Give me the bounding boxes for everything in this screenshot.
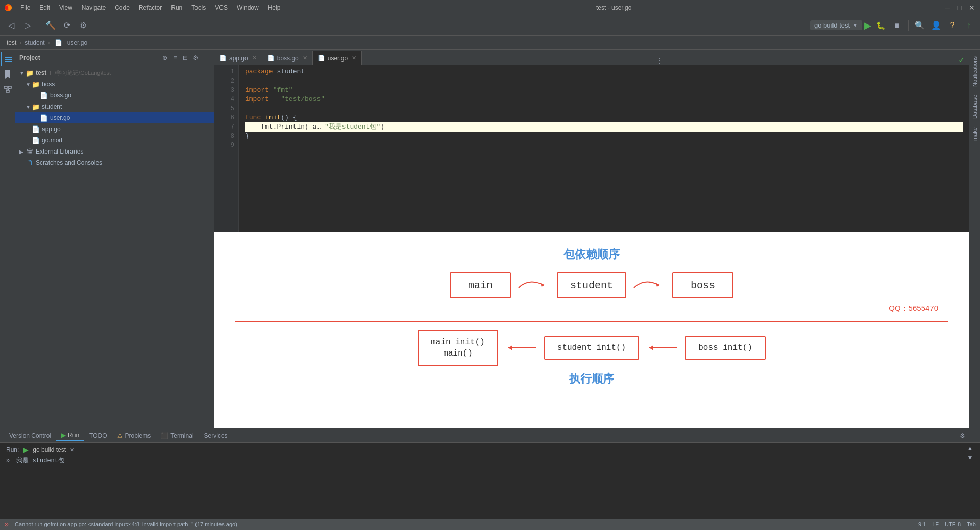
svg-point-2	[8, 6, 12, 10]
scroll-bottom-button[interactable]: ▼	[967, 454, 973, 461]
toolbar-sync-button[interactable]: ⟳	[60, 18, 74, 33]
run-output-text: 我是 student包	[16, 457, 64, 464]
line-num-2: 2	[218, 77, 234, 86]
bottom-minimize-button[interactable]: ─	[967, 432, 972, 439]
debug-button[interactable]: 🐛	[873, 18, 888, 33]
diagram-box-boss: boss	[672, 272, 733, 298]
bookmarks-icon[interactable]	[1, 67, 15, 82]
tree-item-go-mod[interactable]: 📄 go.mod	[15, 135, 214, 146]
panel-title: Project	[19, 54, 161, 61]
status-line-ending[interactable]: LF	[932, 521, 939, 527]
menu-view[interactable]: View	[55, 3, 77, 12]
menu-help[interactable]: Help	[264, 3, 285, 12]
menu-refactor[interactable]: Refactor	[135, 3, 166, 12]
tree-item-scratches[interactable]: 🗒 Scratches and Consoles	[15, 157, 214, 168]
run-close-icon[interactable]: ✕	[70, 447, 75, 453]
tree-item-user-go[interactable]: 📄 user.go	[15, 112, 214, 123]
diagram-box-main: main	[450, 272, 511, 298]
search-button[interactable]: 🔍	[913, 18, 927, 33]
tree-item-ext-libs[interactable]: ▶ 🏛 External Libraries	[15, 146, 214, 157]
run-tab-icon: ▶	[61, 432, 66, 439]
tree-path: F:\学习笔记\GoLang\test	[50, 69, 111, 77]
structure-icon[interactable]	[1, 83, 15, 97]
run-button[interactable]: ▶	[864, 20, 871, 31]
tree-item-student-folder[interactable]: ▼ 📁 student	[15, 101, 214, 112]
sidebar-database[interactable]: Database	[971, 91, 979, 123]
toolbar-build-button[interactable]: 🔨	[43, 18, 58, 33]
tab-app-go[interactable]: 📄 app.go ✕	[214, 51, 262, 65]
tab-boss-go[interactable]: 📄 boss.go ✕	[262, 51, 313, 65]
bottom-settings-button[interactable]: ⚙	[960, 432, 965, 439]
tree-item-boss-go[interactable]: 📄 boss.go	[15, 90, 214, 101]
panel-settings-icon[interactable]: ⚙	[191, 54, 200, 62]
menu-edit[interactable]: Edit	[35, 3, 54, 12]
bottom-tab-problems[interactable]: ⚠ Problems	[112, 431, 156, 440]
help-icon-button[interactable]: ?	[945, 18, 960, 33]
run-config-selector[interactable]: go build test ▼	[810, 20, 862, 30]
toolbar-separator-1	[39, 20, 39, 31]
tab-close-user-go[interactable]: ✕	[352, 55, 356, 61]
sidebar-notifications[interactable]: Notifications	[971, 52, 979, 91]
chevron-down-icon: ▼	[853, 22, 858, 28]
sidebar-make[interactable]: make	[971, 123, 979, 145]
bottom-tab-todo[interactable]: TODO	[84, 431, 112, 440]
tree-label-boss: boss	[42, 81, 55, 88]
tree-item-root[interactable]: ▼ 📁 test F:\学习笔记\GoLang\test	[15, 67, 214, 79]
tab-icon-app-go: 📄	[219, 55, 227, 61]
tab-label-app-go: app.go	[229, 55, 248, 62]
folder-icon-boss: 📁	[32, 81, 40, 88]
tree-item-app-go[interactable]: 📄 app.go	[15, 123, 214, 135]
bottom-tab-terminal[interactable]: ⬛ Terminal	[156, 431, 199, 440]
scroll-top-button[interactable]: ▲	[967, 445, 973, 452]
tab-close-boss-go[interactable]: ✕	[303, 55, 307, 61]
svg-rect-3	[5, 57, 12, 58]
status-position[interactable]: 9:1	[918, 521, 926, 527]
panel-header-icons: ⊕ ≡ ⊟ ⚙ ─	[161, 54, 210, 62]
breadcrumb-root[interactable]: test	[7, 39, 16, 46]
toolbar-back-button[interactable]: ◁	[4, 18, 18, 33]
tree-item-boss-folder[interactable]: ▼ 📁 boss	[15, 79, 214, 90]
menu-window[interactable]: Window	[233, 3, 263, 12]
status-encoding[interactable]: UTF-8	[945, 521, 961, 527]
code-line-6: func init() {	[245, 113, 963, 122]
line-num-8: 8	[218, 132, 234, 141]
status-indent[interactable]: Tab	[967, 521, 976, 527]
code-line-9	[245, 141, 963, 150]
toolbar-settings-button[interactable]: ⚙	[76, 18, 90, 33]
menu-tools[interactable]: Tools	[187, 3, 210, 12]
minimize-button[interactable]: ─	[943, 4, 951, 12]
tab-user-go[interactable]: 📄 user.go ✕	[313, 51, 362, 65]
tab-label-user-go: user.go	[328, 55, 348, 62]
breadcrumb-sep-1: ›	[19, 39, 21, 46]
menu-vcs[interactable]: VCS	[211, 3, 232, 12]
breadcrumb-student[interactable]: student	[24, 39, 44, 46]
tabs-more-button[interactable]: ⋮	[652, 57, 668, 65]
profile-button[interactable]: 👤	[929, 18, 943, 33]
panel-filter-icon[interactable]: ⊟	[181, 54, 189, 62]
diagram-arrow-2	[631, 275, 667, 295]
update-button[interactable]: ↑	[962, 18, 976, 33]
maximize-button[interactable]: □	[955, 4, 964, 12]
project-icon[interactable]	[1, 52, 15, 66]
menu-run[interactable]: Run	[167, 3, 186, 12]
menu-navigate[interactable]: Navigate	[78, 3, 110, 12]
menu-code[interactable]: Code	[111, 3, 134, 12]
bottom-tab-run[interactable]: ▶ Run	[56, 431, 84, 441]
close-button[interactable]: ✕	[968, 4, 976, 12]
bottom-tab-version-control[interactable]: Version Control	[4, 431, 56, 440]
bottom-tab-services[interactable]: Services	[199, 431, 233, 440]
tree-label-user-go: user.go	[50, 114, 70, 121]
status-error-icon[interactable]: ⊘	[4, 521, 9, 528]
panel-minimize-icon[interactable]: ─	[202, 54, 210, 62]
toolbar-forward-button[interactable]: ▷	[20, 18, 35, 33]
line-num-1: 1	[218, 67, 234, 77]
panel-add-icon[interactable]: ⊕	[161, 54, 169, 62]
stop-button[interactable]: ■	[890, 18, 904, 33]
tab-close-app-go[interactable]: ✕	[252, 55, 257, 61]
status-bar: ⊘ Cannot run gofmt on app.go: <standard …	[0, 519, 980, 530]
diagram-row-1: main student	[235, 272, 948, 298]
menu-file[interactable]: File	[16, 3, 34, 12]
code-content[interactable]: package student import "fmt" import _ "t…	[239, 65, 969, 232]
panel-collapse-icon[interactable]: ≡	[171, 54, 179, 62]
editor-and-diagram[interactable]: 1 2 3 4 5 6 7 8 9 package student import…	[214, 65, 969, 428]
